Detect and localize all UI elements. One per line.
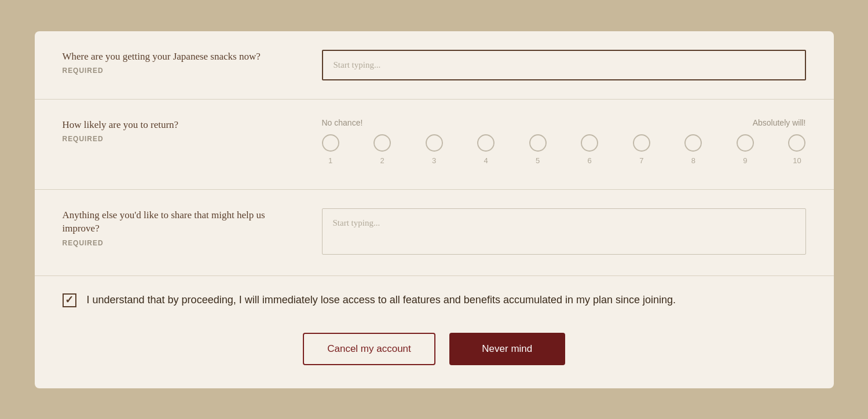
snacks-required-label: REQUIRED [63, 67, 294, 75]
feedback-required-label: REQUIRED [63, 239, 294, 247]
rating-item-3: 3 [426, 134, 443, 165]
rating-item-10: 10 [788, 134, 805, 165]
return-required-label: REQUIRED [63, 135, 294, 143]
rating-number-5: 5 [536, 156, 540, 165]
feedback-answer-col [322, 208, 806, 257]
rating-radio-10[interactable] [788, 134, 805, 152]
understand-checkbox[interactable] [63, 293, 76, 307]
rating-radio-3[interactable] [426, 134, 443, 152]
rating-label-no-chance: No chance! [322, 118, 363, 127]
rating-number-4: 4 [484, 156, 488, 165]
rating-number-1: 1 [328, 156, 332, 165]
rating-radio-1[interactable] [322, 134, 339, 152]
snacks-question-col: Where are you getting your Japanese snac… [63, 50, 294, 75]
feedback-textarea[interactable] [322, 208, 806, 255]
rating-number-9: 9 [743, 156, 747, 165]
rating-buttons-row: 1 2 3 4 5 [322, 134, 806, 165]
rating-scale: No chance! Absolutely will! 1 2 3 [322, 118, 806, 165]
rating-number-10: 10 [793, 156, 801, 165]
rating-number-3: 3 [432, 156, 436, 165]
snacks-source-section: Where are you getting your Japanese snac… [35, 31, 834, 100]
snacks-text-input[interactable] [322, 50, 806, 80]
return-answer-col: No chance! Absolutely will! 1 2 3 [322, 118, 806, 171]
checkbox-label: I understand that by proceeding, I will … [87, 292, 676, 308]
button-section: Cancel my account Never mind [35, 326, 834, 388]
rating-item-8: 8 [684, 134, 702, 165]
main-card: Where are you getting your Japanese snac… [35, 31, 834, 388]
rating-item-6: 6 [581, 134, 598, 165]
rating-item-9: 9 [737, 134, 754, 165]
checkbox-wrapper [63, 293, 76, 310]
rating-number-8: 8 [691, 156, 695, 165]
return-likelihood-section: How likely are you to return? REQUIRED N… [35, 100, 834, 190]
rating-number-2: 2 [380, 156, 384, 165]
snacks-question-text: Where are you getting your Japanese snac… [63, 50, 294, 64]
rating-radio-8[interactable] [684, 134, 702, 152]
rating-radio-5[interactable] [529, 134, 547, 152]
feedback-question-text: Anything else you'd like to share that m… [63, 208, 294, 236]
feedback-question-col: Anything else you'd like to share that m… [63, 208, 294, 248]
rating-item-2: 2 [373, 134, 391, 165]
rating-label-absolutely: Absolutely will! [753, 118, 806, 127]
rating-number-7: 7 [639, 156, 643, 165]
checkbox-section: I understand that by proceeding, I will … [35, 276, 834, 326]
rating-radio-7[interactable] [633, 134, 650, 152]
cancel-account-button[interactable]: Cancel my account [303, 333, 435, 365]
rating-radio-6[interactable] [581, 134, 598, 152]
rating-item-4: 4 [477, 134, 495, 165]
rating-radio-9[interactable] [737, 134, 754, 152]
rating-number-6: 6 [588, 156, 592, 165]
return-question-text: How likely are you to return? [63, 118, 294, 132]
rating-item-1: 1 [322, 134, 339, 165]
rating-radio-2[interactable] [373, 134, 391, 152]
rating-labels: No chance! Absolutely will! [322, 118, 806, 127]
rating-radio-4[interactable] [477, 134, 495, 152]
return-question-col: How likely are you to return? REQUIRED [63, 118, 294, 144]
never-mind-button[interactable]: Never mind [449, 333, 565, 365]
rating-item-7: 7 [633, 134, 650, 165]
feedback-section: Anything else you'd like to share that m… [35, 190, 834, 276]
rating-item-5: 5 [529, 134, 547, 165]
snacks-answer-col [322, 50, 806, 80]
